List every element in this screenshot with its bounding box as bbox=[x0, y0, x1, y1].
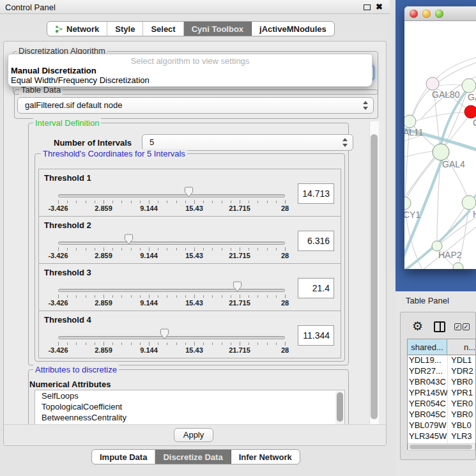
table-header-shared[interactable]: shared... bbox=[408, 339, 447, 355]
network-edge[interactable] bbox=[404, 151, 432, 160]
network-canvas[interactable]: GAL80GACGAL11GAL4GCY1HHAP2 bbox=[404, 21, 476, 269]
tick-mark bbox=[203, 248, 204, 250]
top-tab-bar: NetworkStyleSelectCyni ToolboxjActiveMNo… bbox=[47, 21, 335, 36]
tick-mark bbox=[194, 295, 195, 298]
tab-style[interactable]: Style bbox=[107, 22, 143, 36]
tick-mark bbox=[112, 201, 113, 203]
table-data-combobox[interactable]: galFiltered.sif default node bbox=[17, 97, 374, 114]
table-row[interactable]: YBL079WYBL0 bbox=[408, 420, 475, 431]
tick-mark bbox=[112, 295, 113, 298]
network-node-c[interactable] bbox=[464, 105, 476, 118]
tick-mark bbox=[86, 342, 86, 345]
close-traffic-light-icon[interactable] bbox=[410, 10, 418, 18]
cell-name: YDL1 bbox=[448, 355, 475, 366]
threshold-value-field[interactable]: 11.344 bbox=[298, 325, 334, 346]
tab-discretize-data[interactable]: Discretize Data bbox=[155, 450, 231, 464]
tick-mark bbox=[257, 248, 258, 250]
close-icon[interactable]: ✖ bbox=[376, 2, 383, 12]
tick-mark bbox=[140, 248, 141, 250]
table-header-name[interactable]: n... bbox=[447, 339, 475, 355]
table-row[interactable]: YER054CYER0 bbox=[408, 399, 475, 410]
tick-mark bbox=[131, 295, 132, 298]
tick-mark bbox=[158, 201, 158, 203]
tick-mark bbox=[267, 201, 268, 203]
table-hscrollbar-thumb[interactable] bbox=[410, 445, 472, 449]
zoom-traffic-light-icon[interactable] bbox=[435, 10, 443, 18]
network-edge[interactable] bbox=[435, 58, 476, 80]
threshold-value-field[interactable]: 6.316 bbox=[298, 231, 334, 251]
table-row[interactable]: YDL19...YDL1 bbox=[408, 355, 475, 366]
slider-thumb[interactable] bbox=[124, 234, 134, 245]
table-hscrollbar-track[interactable] bbox=[408, 443, 475, 450]
tick-mark bbox=[112, 342, 113, 345]
tick-mark bbox=[203, 201, 204, 203]
tick-mark bbox=[76, 295, 77, 298]
tick-mark bbox=[176, 201, 177, 203]
algorithm-option-equal-width-frequency-discretization[interactable]: Equal Width/Frequency Discretization bbox=[8, 75, 372, 85]
tab-cyni-toolbox[interactable]: Cyni Toolbox bbox=[184, 22, 252, 36]
attributes-scrollbar-thumb[interactable] bbox=[337, 392, 343, 422]
table-row[interactable]: YDR27...YDR2 bbox=[408, 366, 475, 377]
tick-mark bbox=[231, 201, 231, 203]
split-view-icon[interactable] bbox=[434, 321, 445, 332]
tab-impute-data[interactable]: Impute Data bbox=[92, 450, 155, 464]
cell-shared-name: YDL19... bbox=[408, 355, 448, 366]
table-row[interactable]: YPR145WYPR1 bbox=[408, 388, 475, 399]
network-edge[interactable] bbox=[415, 227, 476, 269]
tick-mark bbox=[104, 200, 104, 204]
attribute-item-betweennesscentrality[interactable]: BetweennessCentrality bbox=[35, 412, 344, 423]
attribute-item-topologicalcoefficient[interactable]: TopologicalCoefficient bbox=[35, 401, 344, 412]
network-window-titlebar[interactable] bbox=[404, 6, 476, 21]
tick-label: 9.144 bbox=[131, 204, 167, 212]
algorithm-option-manual-discretization[interactable]: Manual Discretization bbox=[8, 66, 372, 75]
slider-track[interactable] bbox=[58, 289, 285, 292]
table-row[interactable]: YBR043CYBR0 bbox=[408, 377, 475, 388]
attributes-group-label: Attributes to discretize bbox=[33, 365, 119, 374]
network-node[interactable] bbox=[453, 263, 463, 269]
slider-thumb[interactable] bbox=[160, 328, 169, 339]
attribute-item-selfloops[interactable]: SelfLoops bbox=[35, 390, 344, 401]
table-row[interactable]: YLR345WYLR3 bbox=[408, 431, 475, 442]
checkbox-icon[interactable]: ✓ bbox=[463, 323, 470, 330]
tick-mark bbox=[276, 248, 277, 250]
float-window-icon[interactable] bbox=[364, 4, 371, 10]
tab-network[interactable]: Network bbox=[47, 22, 107, 36]
network-node-gal80[interactable] bbox=[426, 77, 439, 90]
slider-thumb[interactable] bbox=[184, 187, 194, 197]
tab-label: Network bbox=[66, 24, 99, 34]
tab-jactivemnodules[interactable]: jActiveMNodules bbox=[252, 22, 334, 36]
tick-label: 15.43 bbox=[176, 252, 212, 259]
tick-label: -3.426 bbox=[40, 299, 76, 307]
tick-label: 9.144 bbox=[131, 252, 167, 259]
tick-mark bbox=[167, 201, 167, 203]
network-node-ga[interactable] bbox=[462, 79, 476, 93]
network-node-gal11[interactable] bbox=[404, 115, 416, 128]
cell-shared-name: YBL079W bbox=[408, 420, 448, 431]
algorithm-hint-item[interactable]: Select algorithm to view settings bbox=[8, 54, 372, 66]
network-node-gal4[interactable] bbox=[433, 144, 449, 160]
threshold-value-field[interactable]: 14.713 bbox=[298, 183, 334, 204]
slider-track[interactable] bbox=[58, 336, 285, 339]
gear-icon[interactable]: ⚙ bbox=[412, 319, 423, 333]
minimize-traffic-light-icon[interactable] bbox=[422, 10, 431, 18]
apply-button[interactable]: Apply bbox=[174, 428, 213, 442]
network-node-gcy1[interactable] bbox=[404, 197, 411, 210]
settings-scrollbar-thumb[interactable] bbox=[371, 134, 378, 419]
tick-label: 28 bbox=[267, 299, 303, 307]
slider-thumb[interactable] bbox=[233, 281, 242, 292]
slider-track[interactable] bbox=[58, 242, 285, 245]
network-edge[interactable] bbox=[405, 128, 410, 197]
tick-mark bbox=[104, 295, 104, 298]
tick-mark bbox=[194, 247, 195, 251]
network-node-h[interactable] bbox=[462, 196, 476, 210]
numerical-attributes-list: SelfLoopsTopologicalCoefficientBetweenne… bbox=[35, 390, 345, 426]
slider-track[interactable] bbox=[58, 194, 285, 197]
numerical-attributes-label: Numerical Attributes bbox=[29, 380, 111, 389]
tick-label: 15.43 bbox=[176, 204, 212, 212]
threshold-value-field[interactable]: 21.4 bbox=[298, 278, 334, 298]
tick-mark bbox=[158, 295, 158, 298]
checkbox-icon[interactable]: ✓ bbox=[454, 323, 461, 330]
table-row[interactable]: YBR045CYBR0 bbox=[408, 410, 475, 420]
tab-infer-network[interactable]: Infer Network bbox=[231, 450, 300, 464]
tab-select[interactable]: Select bbox=[143, 22, 183, 36]
